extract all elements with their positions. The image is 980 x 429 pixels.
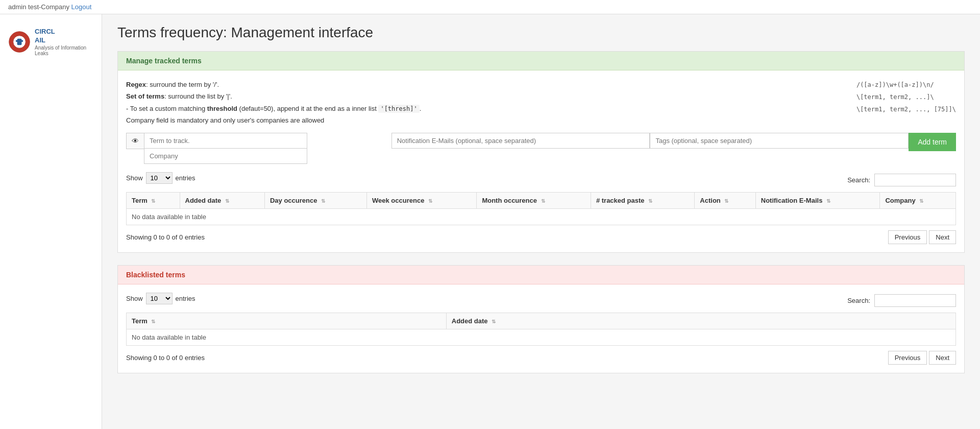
search-label-bl: Search:: [847, 297, 870, 304]
col-month-occ[interactable]: Month occurence ⇅: [477, 192, 591, 208]
tags-input[interactable]: [650, 133, 909, 149]
threshold-suffix: (defaut=50), append it at the end as a i…: [239, 105, 379, 112]
sort-icon-day: ⇅: [321, 198, 325, 204]
search-input-tracked[interactable]: [874, 174, 956, 186]
no-data-bl: No data available in table: [127, 329, 956, 345]
sort-icon-month: ⇅: [541, 198, 545, 204]
sort-icon-week: ⇅: [428, 198, 432, 204]
add-term-form: 👁 Add term: [126, 133, 956, 164]
sort-icon-bl-term: ⇅: [151, 319, 155, 324]
table-row: No data available in table: [127, 208, 956, 225]
blacklist-next-button[interactable]: Next: [929, 351, 956, 365]
table-row: No data available in table: [127, 329, 956, 345]
tracked-table-controls: Show 10 25 50 100 entries Search:: [126, 172, 956, 188]
sort-icon-notif: ⇅: [826, 198, 830, 204]
show-entries-select[interactable]: 10 25 50 100: [146, 172, 173, 184]
logo-icon: [8, 29, 31, 55]
col-day-occ[interactable]: Day occurence ⇅: [264, 192, 366, 208]
col-term[interactable]: Term ⇅: [127, 192, 180, 208]
search-label-tracked: Search:: [847, 176, 870, 184]
blacklist-header: Blacklisted terms: [118, 266, 964, 284]
main-content: Terms frequency: Management interface Ma…: [102, 14, 980, 429]
company-note: Company field is mandatory and only user…: [126, 116, 324, 124]
col-bl-term[interactable]: Term ⇅: [127, 313, 447, 329]
instructions: Regex: surround the term by '/'. Set of …: [126, 79, 956, 127]
col-notification[interactable]: Notification E-Mails ⇅: [755, 192, 880, 208]
set-text: : surround the list by '|'.: [164, 92, 232, 100]
show-label: Show: [126, 174, 143, 182]
blacklist-table: Term ⇅ Added date ⇅ No data available in…: [126, 313, 956, 346]
sidebar: CIRCL AIL Analysis of Information Leaks: [0, 14, 102, 429]
top-bar: admin test-Company Logout: [0, 0, 980, 14]
no-data-tracked: No data available in table: [127, 208, 956, 225]
manage-terms-header: Manage tracked terms: [118, 52, 964, 70]
thresh-code: '[thresh]': [378, 105, 419, 113]
notification-input[interactable]: [391, 133, 650, 149]
term-input[interactable]: [144, 133, 307, 148]
tracked-prev-button[interactable]: Previous: [888, 230, 927, 244]
col-tracked-paste[interactable]: # tracked paste ⇅: [591, 192, 694, 208]
logout-link[interactable]: Logout: [71, 3, 92, 11]
search-input-bl[interactable]: [874, 294, 956, 307]
blacklist-table-footer: Showing 0 to 0 of 0 entries Previous Nex…: [126, 351, 956, 365]
regex-text: : surround the term by '/'.: [146, 81, 219, 88]
sort-icon-paste: ⇅: [648, 198, 652, 204]
tracked-next-button[interactable]: Next: [929, 230, 956, 244]
showing-bl: Showing 0 to 0 of 0 entries: [126, 354, 205, 362]
threshold-bold: threshold: [207, 105, 237, 112]
col-added-date[interactable]: Added date ⇅: [180, 192, 264, 208]
eye-icon: 👁: [132, 137, 139, 145]
company-input[interactable]: [144, 148, 307, 164]
show-entries-select-bl[interactable]: 10 25 50 100: [146, 293, 173, 304]
col-company[interactable]: Company ⇅: [880, 192, 956, 208]
sort-icon-added: ⇅: [225, 198, 229, 204]
regex-examples: /([a-z])\w+([a-z])\n/ \[term1, term2, ..…: [856, 79, 956, 127]
tracked-table-footer: Showing 0 to 0 of 0 entries Previous Nex…: [126, 230, 956, 244]
page-title: Terms frequency: Management interface: [117, 25, 965, 41]
blacklist-pagination: Previous Next: [888, 351, 956, 365]
col-week-occ[interactable]: Week occurence ⇅: [367, 192, 477, 208]
tracked-pagination: Previous Next: [888, 230, 956, 244]
svg-rect-4: [21, 40, 23, 42]
eye-icon-wrap[interactable]: 👁: [126, 133, 144, 149]
col-bl-added[interactable]: Added date ⇅: [446, 313, 955, 329]
threshold-prefix: - To set a custom matching: [126, 105, 207, 112]
blacklist-prev-button[interactable]: Previous: [888, 351, 927, 365]
company-name: test-Company: [28, 3, 69, 11]
manage-terms-section: Manage tracked terms Regex: surround the…: [117, 51, 965, 253]
set-label: Set of terms: [126, 92, 164, 100]
sort-icon-company: ⇅: [919, 198, 923, 204]
logo: CIRCL AIL Analysis of Information Leaks: [0, 22, 102, 66]
svg-rect-2: [17, 39, 22, 45]
col-action[interactable]: Action ⇅: [695, 192, 755, 208]
showing-tracked: Showing 0 to 0 of 0 entries: [126, 233, 205, 241]
logo-text: CIRCL AIL: [35, 28, 93, 45]
blacklist-table-controls: Show 10 25 50 100 entries Search:: [126, 293, 956, 308]
svg-rect-3: [16, 40, 18, 42]
logo-subtitle: Analysis of Information Leaks: [35, 45, 93, 56]
sort-icon-action: ⇅: [724, 198, 728, 204]
tracked-terms-table: Term ⇅ Added date ⇅ Day occurence ⇅ Week…: [126, 192, 956, 225]
blacklist-section: Blacklisted terms Show 10 25 50 100 entr…: [117, 265, 965, 373]
show-label-bl: Show: [126, 295, 143, 302]
add-term-button[interactable]: Add term: [909, 133, 956, 151]
entries-label: entries: [176, 174, 195, 182]
entries-label-bl: entries: [176, 295, 195, 302]
sort-icon-term: ⇅: [151, 198, 155, 204]
regex-label: Regex: [126, 81, 146, 88]
sort-icon-bl-added: ⇅: [492, 319, 496, 324]
user-label: admin: [8, 3, 26, 11]
term-inputs: [144, 133, 391, 164]
